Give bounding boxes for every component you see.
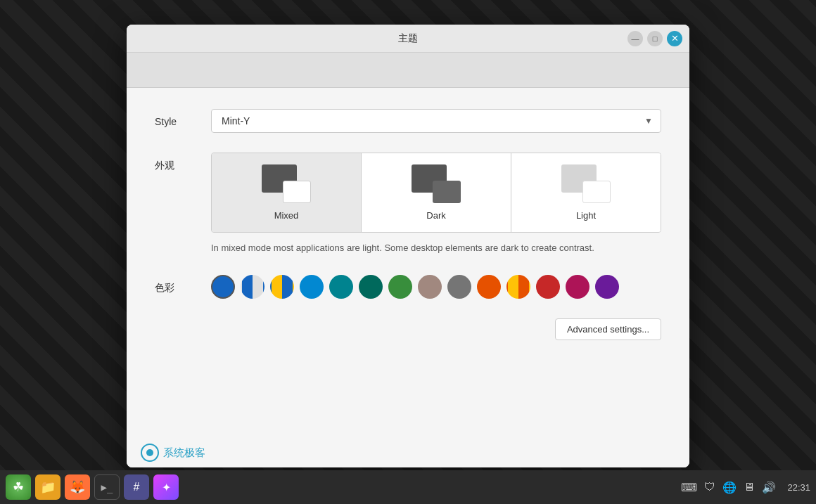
dark-preview — [412, 164, 461, 203]
taskbar: ☘ 📁 🦊 ▶_ # ✦ ⌨ 🛡 🌐 🖥 🔊 22:31 — [0, 470, 816, 504]
taskbar-hexchat[interactable]: # — [124, 474, 149, 500]
window-content: Style Mint-Y ▼ 外观 Mi — [127, 88, 689, 467]
taskbar-terminal[interactable]: ▶_ — [94, 474, 120, 500]
window-nav — [127, 53, 689, 88]
appearance-label: 外观 — [155, 153, 211, 172]
watermark-icon — [141, 444, 159, 462]
close-button[interactable]: ✕ — [667, 31, 682, 46]
taskbar-time: 22:31 — [787, 482, 810, 493]
color-cyan[interactable] — [359, 275, 383, 299]
color-circles — [211, 275, 661, 299]
appearance-control: Mixed Dark — [211, 153, 661, 255]
advanced-settings-button[interactable]: Advanced settings... — [555, 318, 661, 340]
titlebar-controls: — □ ✕ — [627, 31, 682, 46]
style-label: Style — [155, 109, 211, 127]
dark-front — [433, 181, 461, 203]
style-control: Mint-Y ▼ — [211, 109, 661, 133]
mixed-preview — [262, 164, 311, 203]
terminal-icon: ▶_ — [101, 482, 113, 493]
files-icon: 📁 — [40, 479, 56, 495]
appearance-cards: Mixed Dark — [211, 153, 661, 233]
taskbar-left: ☘ 📁 🦊 ▶_ # ✦ — [6, 474, 681, 500]
keyboard-icon: ⌨ — [681, 481, 697, 494]
mint-menu-icon: ☘ — [13, 479, 24, 495]
color-gray[interactable] — [447, 275, 471, 299]
color-tan[interactable] — [418, 275, 442, 299]
network-icon: 🌐 — [722, 481, 737, 494]
appearance-light[interactable]: Light — [511, 153, 661, 232]
color-orange[interactable] — [477, 275, 501, 299]
watermark-text: 系统极客 — [163, 446, 205, 460]
mixed-front — [283, 181, 311, 203]
style-dropdown-wrapper: Mint-Y ▼ — [211, 109, 661, 133]
minimize-button[interactable]: — — [627, 31, 643, 46]
maximize-button[interactable]: □ — [647, 31, 663, 46]
color-teal[interactable] — [329, 275, 353, 299]
color-half-blue-gray[interactable] — [241, 275, 264, 299]
color-purple[interactable] — [595, 275, 619, 299]
firefox-icon: 🦊 — [70, 479, 85, 495]
taskbar-files[interactable]: 📁 — [35, 474, 60, 500]
color-light-blue[interactable] — [300, 275, 324, 299]
appearance-mixed[interactable]: Mixed — [212, 153, 362, 232]
style-row: Style Mint-Y ▼ — [155, 109, 661, 133]
feather-icon: ✦ — [162, 481, 171, 494]
color-gold-blue[interactable] — [270, 275, 294, 299]
taskbar-mint-menu[interactable]: ☘ — [6, 474, 31, 500]
taskbar-system-icons: ⌨ 🛡 🌐 🖥 🔊 — [681, 481, 776, 494]
titlebar: 主题 — □ ✕ — [127, 25, 689, 53]
mixed-label: Mixed — [274, 210, 299, 221]
advanced-btn-row: Advanced settings... — [155, 318, 661, 340]
taskbar-feather[interactable]: ✦ — [153, 474, 179, 500]
color-red[interactable] — [536, 275, 560, 299]
taskbar-right: ⌨ 🛡 🌐 🖥 🔊 22:31 — [681, 481, 810, 494]
appearance-dark[interactable]: Dark — [362, 153, 511, 232]
shield-icon: 🛡 — [704, 481, 715, 493]
watermark: 系统极客 — [141, 444, 205, 462]
light-label: Light — [576, 210, 596, 221]
color-label: 色彩 — [155, 275, 211, 295]
volume-icon: 🔊 — [762, 481, 776, 494]
appearance-description: In mixed mode most applications are ligh… — [211, 241, 661, 255]
dark-label: Dark — [426, 210, 445, 221]
theme-window: 主题 — □ ✕ Style Mint-Y ▼ 外观 — [127, 25, 689, 467]
hexchat-icon: # — [134, 481, 140, 493]
color-pink[interactable] — [566, 275, 589, 299]
color-blue[interactable] — [211, 275, 235, 299]
color-control — [211, 275, 661, 299]
window-title: 主题 — [398, 32, 418, 45]
color-orange-half[interactable] — [506, 275, 530, 299]
light-front — [582, 181, 611, 203]
appearance-row: 外观 Mixed — [155, 153, 661, 255]
style-dropdown[interactable]: Mint-Y — [211, 109, 661, 133]
color-green[interactable] — [388, 275, 412, 299]
display-icon: 🖥 — [744, 481, 755, 493]
light-preview — [561, 164, 611, 203]
svg-point-1 — [146, 449, 153, 456]
color-row: 色彩 — [155, 275, 661, 299]
taskbar-firefox[interactable]: 🦊 — [65, 474, 90, 500]
